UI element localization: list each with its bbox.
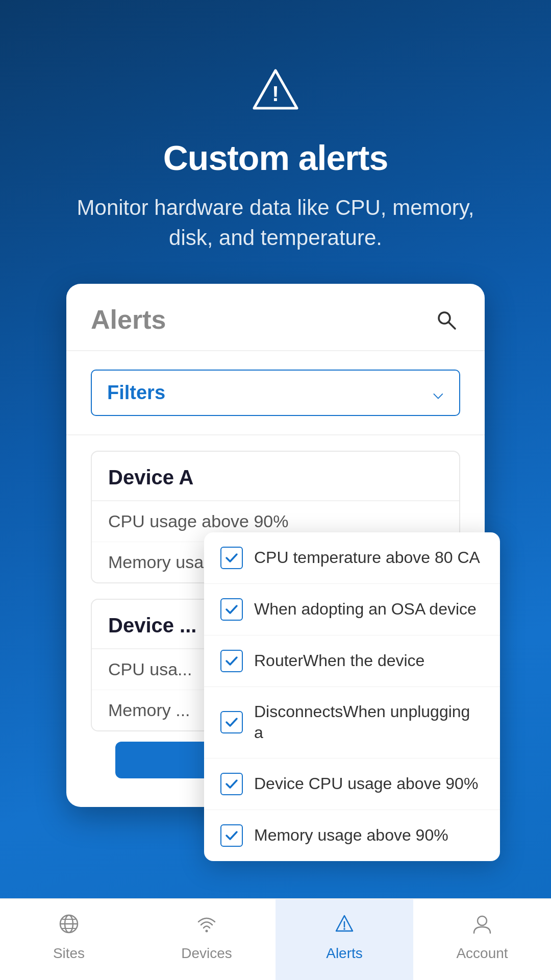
svg-point-11 [478,916,487,925]
nav-item-alerts[interactable]: Alerts [276,899,413,980]
bottom-nav: Sites Devices Alerts [0,898,551,980]
dropdown-overlay: CPU temperature above 80 CA When adoptin… [204,532,500,861]
checkbox-6[interactable] [220,824,243,847]
checkbox-1[interactable] [220,547,243,569]
checkbox-4[interactable] [220,711,243,733]
checkbox-5[interactable] [220,773,243,795]
wifi-icon [195,913,218,940]
dropdown-item-3[interactable]: RouterWhen the device [204,635,500,687]
nav-devices-label: Devices [181,945,232,962]
checkmark-icon [224,654,239,668]
checkmark-icon [224,551,239,565]
hero-title: Custom alerts [163,138,388,178]
dropdown-item-4[interactable]: DisconnectsWhen unplugging a [204,687,500,758]
checkbox-3[interactable] [220,650,243,672]
hero-icon-container: ! [247,61,304,117]
dropdown-item-1[interactable]: CPU temperature above 80 CA [204,532,500,584]
nav-sites-label: Sites [53,945,85,962]
search-button[interactable] [432,305,460,334]
checkmark-icon [224,828,239,843]
hero-section: ! Custom alerts Monitor hardware data li… [0,0,551,284]
dropdown-item-3-label: RouterWhen the device [254,650,424,672]
svg-line-2 [448,322,455,329]
warning-triangle-icon: ! [250,66,301,112]
dropdown-item-6-label: Memory usage above 90% [254,825,448,846]
nav-item-devices[interactable]: Devices [138,899,276,980]
dropdown-item-2[interactable]: When adopting an OSA device [204,584,500,635]
alert-list-area: Device A CPU usage above 90% Memory usag… [66,451,485,807]
svg-point-8 [206,930,208,933]
dropdown-item-1-label: CPU temperature above 80 CA [254,547,480,569]
dropdown-item-5[interactable]: Device CPU usage above 90% [204,758,500,810]
dropdown-item-4-label: DisconnectsWhen unplugging a [254,701,484,744]
filters-label: Filters [107,382,165,404]
globe-icon [58,913,80,940]
nav-account-label: Account [456,945,508,962]
hero-subtitle: Monitor hardware data like CPU, memory, … [77,193,474,253]
chevron-down-icon: ⌵ [433,382,444,403]
nav-item-account[interactable]: Account [413,899,551,980]
filters-dropdown[interactable]: Filters ⌵ [91,370,460,416]
card-title: Alerts [91,304,166,335]
checkmark-icon [224,602,239,617]
nav-alerts-label: Alerts [326,945,363,962]
device-a-name: Device A [92,452,459,501]
svg-point-10 [343,928,345,930]
dropdown-item-2-label: When adopting an OSA device [254,599,477,620]
user-icon [471,913,493,940]
card-header: Alerts [66,284,485,351]
checkbox-2[interactable] [220,598,243,621]
nav-item-sites[interactable]: Sites [0,899,138,980]
main-card: Alerts Filters ⌵ Device A CPU usage abov… [66,284,485,807]
alert-nav-icon [333,913,356,940]
search-icon [435,308,457,331]
svg-text:!: ! [272,82,279,106]
filters-section: Filters ⌵ [66,351,485,435]
dropdown-item-5-label: Device CPU usage above 90% [254,773,478,795]
checkmark-icon [224,715,239,729]
dropdown-item-6[interactable]: Memory usage above 90% [204,810,500,861]
checkmark-icon [224,777,239,791]
